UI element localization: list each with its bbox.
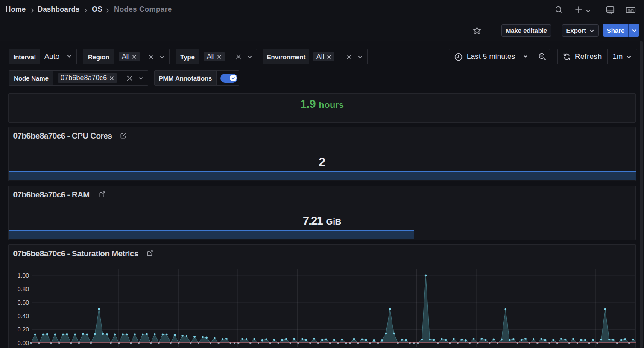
svg-text:0.60: 0.60	[18, 299, 29, 306]
svg-text:0.20: 0.20	[18, 326, 29, 333]
svg-text:0.00: 0.00	[18, 339, 29, 346]
svg-text:1.00: 1.00	[18, 272, 29, 279]
svg-text:0.80: 0.80	[18, 286, 29, 293]
svg-text:0.40: 0.40	[18, 313, 29, 319]
